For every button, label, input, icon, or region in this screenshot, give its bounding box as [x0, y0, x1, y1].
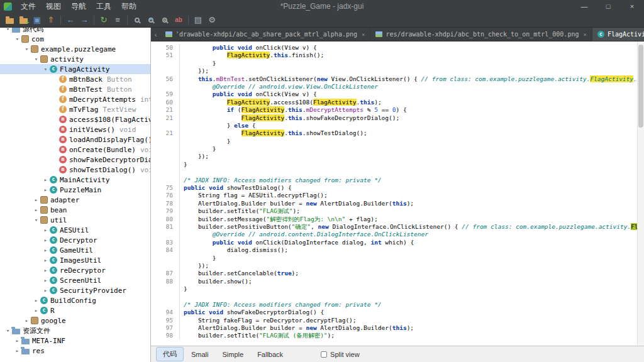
line-number: [151, 255, 180, 262]
expand-icon[interactable]: ▸: [42, 237, 50, 243]
tree-item-mainactivity[interactable]: ▸cMainActivity: [0, 175, 150, 185]
tree-item-buildconfig[interactable]: ▸cBuildConfig: [0, 295, 150, 305]
editor-scrollbar[interactable]: [637, 41, 644, 346]
menu-item-0[interactable]: 文件: [16, 0, 41, 13]
tree-item-label: PuzzleMain: [60, 186, 101, 194]
tab-close-icon[interactable]: ×: [362, 31, 365, 38]
tree-item-loadanddisplayflag[interactable]: mloadAndDisplayFlag()void: [0, 134, 150, 145]
collapse-icon[interactable]: ▾: [13, 36, 21, 42]
tree-item-adapter[interactable]: ▸adapter: [0, 195, 150, 205]
tab-close-icon[interactable]: ×: [583, 31, 586, 38]
close-button[interactable]: ×: [620, 0, 644, 13]
forward-icon[interactable]: →: [77, 14, 91, 26]
tree-item-example-puzzlegame[interactable]: ▾example.puzzlegame: [0, 44, 150, 54]
tree-item-meta-inf[interactable]: ▸META-INF: [0, 336, 150, 346]
code-line: [151, 168, 644, 176]
tree-item-access-108-flagactivity[interactable]: maccess$108(FlagActivity)int: [0, 114, 150, 124]
expand-icon[interactable]: ▸: [42, 287, 50, 293]
expand-icon[interactable]: ▸: [32, 307, 40, 314]
flat-packages-icon[interactable]: ≡: [111, 14, 125, 26]
tab-drawable-xhdpi-abc-ab-share-pack-mtrl-alpha-png[interactable]: 'drawable-xhdpi/abc_ab_share_pack_mtrl_a…: [160, 28, 370, 41]
collapse-icon[interactable]: ▾: [23, 46, 31, 52]
tree-item-imagesutil[interactable]: ▸cImagesUtil: [0, 255, 150, 265]
tree-item-item[interactable]: ▾源代码: [0, 28, 150, 34]
tree-item-oncreate-bundle[interactable]: monCreate(Bundle)void: [0, 145, 150, 155]
back-icon[interactable]: ←: [64, 14, 77, 26]
expand-icon[interactable]: ▸: [42, 257, 50, 263]
expand-icon[interactable]: ▸: [32, 197, 40, 203]
view-tab-item[interactable]: 代码: [156, 347, 184, 361]
tree-item-mbtnback[interactable]: fmBtnBackButton: [0, 74, 150, 84]
expand-icon[interactable]: ▸: [13, 348, 21, 354]
open-file-icon[interactable]: [3, 14, 16, 26]
add-files-icon[interactable]: +: [16, 14, 30, 26]
expand-icon[interactable]: ▸: [32, 207, 40, 213]
tree-item-flagactivity[interactable]: ▾cFlagActivity: [0, 64, 150, 74]
text-search-icon[interactable]: [130, 14, 144, 26]
expand-icon[interactable]: ▸: [42, 177, 50, 183]
tree-item-item[interactable]: ▾资源文件: [0, 326, 150, 336]
expand-icon[interactable]: ▸: [42, 247, 50, 253]
tree-item-mdecryptattempts[interactable]: fmDecryptAttemptsint: [0, 94, 150, 104]
tree-item-decryptor[interactable]: ▸cDecryptor: [0, 235, 150, 245]
tree-item-aesutil[interactable]: ▸cAESUtil: [0, 225, 150, 235]
view-tab-smali[interactable]: Smali: [185, 349, 215, 360]
expand-icon[interactable]: ▸: [42, 227, 50, 233]
code-token: });: [184, 153, 209, 160]
tree-item-mbtntest[interactable]: fmBtnTestButton: [0, 84, 150, 94]
tree-item-com[interactable]: ▾com: [0, 34, 150, 44]
tree-item-screenutil[interactable]: ▸cScreenUtil: [0, 275, 150, 285]
tree-item-showtestdialog[interactable]: mshowTestDialog()void: [0, 165, 150, 175]
tree-item-activity[interactable]: ▾activity: [0, 54, 150, 64]
view-tab-fallback[interactable]: Fallback: [251, 349, 289, 360]
tab-flagactivity[interactable]: cFlagActivity×: [592, 28, 644, 41]
menu-item-3[interactable]: 工具: [91, 0, 116, 13]
menu-item-2[interactable]: 导航: [66, 0, 91, 13]
split-view-toggle[interactable]: Split view: [321, 351, 359, 358]
expand-icon[interactable]: ▸: [42, 187, 50, 193]
comment-search-icon[interactable]: [158, 14, 172, 26]
menu-item-4[interactable]: 帮助: [116, 0, 142, 13]
icon-glyph: ⚙: [208, 16, 216, 24]
tree-item-bean[interactable]: ▸bean: [0, 205, 150, 215]
toolbar-separator: [94, 16, 94, 25]
collapse-icon[interactable]: ▾: [4, 28, 12, 32]
collapse-icon[interactable]: ▾: [32, 217, 40, 223]
expand-icon[interactable]: ▸: [23, 317, 31, 324]
expand-icon[interactable]: ▸: [42, 277, 50, 283]
code-token: "解密得到的Flag为: \n\n": [267, 216, 346, 222]
maximize-button[interactable]: □: [596, 0, 620, 13]
collapse-icon[interactable]: ▾: [4, 327, 12, 334]
tree-item-res[interactable]: ▸res: [0, 346, 150, 356]
split-view-checkbox[interactable]: [321, 351, 327, 358]
log-icon[interactable]: ▤: [191, 14, 205, 26]
save-all-icon[interactable]: ▣: [30, 14, 44, 26]
tree-item-redecryptor[interactable]: ▸creDecryptor: [0, 265, 150, 275]
tab-res-drawable-xhdpi-abc-btn-check-to-on-mtrl-000-png[interactable]: res/drawable-xhdpi/abc_btn_check_to_on_m…: [370, 28, 592, 41]
tree-item-initviews[interactable]: minitViews()void: [0, 124, 150, 134]
expand-icon[interactable]: ▸: [13, 337, 21, 344]
tree-item-mtvflag[interactable]: fmTvFlagTextView: [0, 104, 150, 114]
collapse-icon[interactable]: ▾: [42, 66, 50, 72]
tree-item-util[interactable]: ▾util: [0, 215, 150, 225]
expand-icon[interactable]: ▸: [32, 297, 40, 304]
export-icon[interactable]: ⇑: [44, 14, 58, 26]
sync-icon[interactable]: ↻: [97, 14, 111, 26]
menu-item-1[interactable]: 视图: [41, 0, 66, 13]
scrollbar-thumb[interactable]: [638, 45, 643, 128]
collapse-icon[interactable]: ▾: [32, 56, 40, 62]
settings-icon[interactable]: ⚙: [205, 14, 219, 26]
tree-item-gameutil[interactable]: ▸cGameUtil: [0, 245, 150, 255]
tab-scroll-left-icon[interactable]: ‹: [151, 28, 160, 41]
view-tab-simple[interactable]: Simple: [216, 349, 250, 360]
deobfuscation-icon[interactable]: ab: [172, 14, 186, 26]
tree-item-puzzlemain[interactable]: ▸cPuzzleMain: [0, 185, 150, 195]
tree-item-google[interactable]: ▸google: [0, 315, 150, 326]
class-search-icon[interactable]: [144, 14, 158, 26]
minimize-button[interactable]: —: [572, 0, 596, 13]
tree-item-showfakedecryptordialog[interactable]: mshowFakeDecryptorDialog()void: [0, 155, 150, 165]
code-editor[interactable]: 50 public void onClick(View v) {51 FlagA…: [151, 41, 644, 346]
expand-icon[interactable]: ▸: [42, 267, 50, 273]
tree-item-securityprovider[interactable]: ▸cSecurityProvider: [0, 285, 150, 295]
tree-item-r[interactable]: ▸cR: [0, 305, 150, 315]
